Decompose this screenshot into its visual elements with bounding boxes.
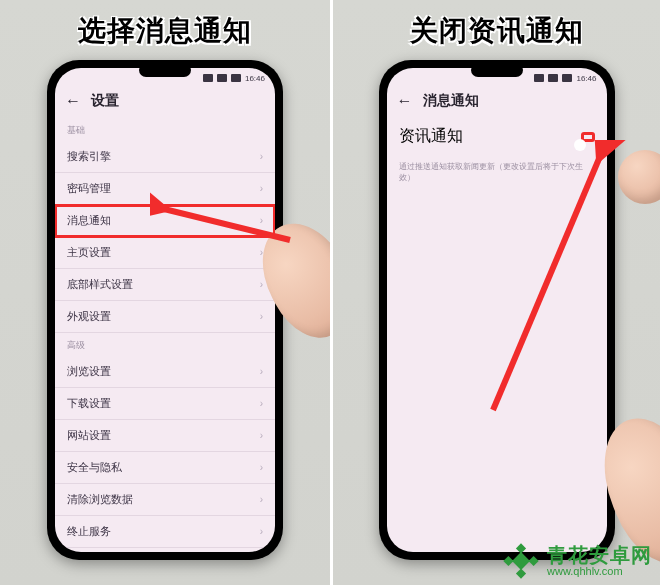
back-icon[interactable]: ← bbox=[65, 93, 81, 109]
page-title: 设置 bbox=[91, 92, 119, 110]
screen-left: 16:46 ← 设置 基础 搜索引擎 › 密码管理 › bbox=[55, 68, 275, 552]
battery-icon bbox=[562, 74, 572, 82]
row-label: 安全与隐私 bbox=[67, 460, 260, 475]
wifi-icon bbox=[548, 74, 558, 82]
row-password-mgmt[interactable]: 密码管理 › bbox=[55, 173, 275, 205]
panel-left-title: 选择消息通知 bbox=[78, 12, 252, 50]
row-homepage[interactable]: 主页设置 › bbox=[55, 237, 275, 269]
chevron-right-icon: › bbox=[260, 215, 263, 226]
row-download[interactable]: 下载设置 › bbox=[55, 388, 275, 420]
watermark: 青花安卓网 www.qhhlv.com bbox=[503, 543, 652, 579]
status-time: 16:46 bbox=[576, 74, 596, 83]
svg-rect-5 bbox=[529, 556, 539, 566]
watermark-logo-icon bbox=[503, 543, 539, 579]
page-title: 消息通知 bbox=[423, 92, 479, 110]
row-site[interactable]: 网站设置 › bbox=[55, 420, 275, 452]
battery-icon bbox=[231, 74, 241, 82]
phone-right: 16:46 ← 消息通知 资讯通知 通过推送通知获取新闻更新（更改设置后将于下次… bbox=[379, 60, 615, 560]
row-label: 网站设置 bbox=[67, 428, 260, 443]
row-search-engine[interactable]: 搜索引擎 › bbox=[55, 141, 275, 173]
chevron-right-icon: › bbox=[260, 398, 263, 409]
panel-left: 选择消息通知 16:46 ← 设置 基础 搜索引 bbox=[0, 0, 330, 585]
row-label: 搜索引擎 bbox=[67, 149, 260, 164]
row-appearance[interactable]: 外观设置 › bbox=[55, 301, 275, 333]
row-label: 主页设置 bbox=[67, 245, 260, 260]
chevron-right-icon: › bbox=[260, 462, 263, 473]
finger-pointer-tip bbox=[618, 150, 660, 204]
watermark-brand: 青花安卓网 bbox=[547, 545, 652, 566]
section-basic: 基础 bbox=[55, 118, 275, 141]
row-label: 清除浏览数据 bbox=[67, 492, 260, 507]
svg-rect-3 bbox=[516, 569, 526, 579]
row-news-notify[interactable]: 资讯通知 bbox=[387, 118, 607, 155]
chevron-right-icon: › bbox=[260, 430, 263, 441]
row-clear-data[interactable]: 清除浏览数据 › bbox=[55, 484, 275, 516]
chevron-right-icon: › bbox=[260, 279, 263, 290]
svg-rect-6 bbox=[512, 552, 530, 570]
phone-left: 16:46 ← 设置 基础 搜索引擎 › 密码管理 › bbox=[47, 60, 283, 560]
row-label: 下载设置 bbox=[67, 396, 260, 411]
chevron-right-icon: › bbox=[260, 366, 263, 377]
back-icon[interactable]: ← bbox=[397, 93, 413, 109]
panel-right: 关闭资讯通知 16:46 ← 消息通知 资讯通知 bbox=[330, 0, 660, 585]
camera-notch bbox=[139, 63, 191, 77]
row-label: 资讯通知 bbox=[399, 126, 581, 147]
row-stop-service[interactable]: 终止服务 › bbox=[55, 516, 275, 548]
row-label: 终止服务 bbox=[67, 524, 260, 539]
row-label: 密码管理 bbox=[67, 181, 260, 196]
row-label: 底部样式设置 bbox=[67, 277, 260, 292]
section-advanced: 高级 bbox=[55, 333, 275, 356]
row-label: 消息通知 bbox=[67, 213, 260, 228]
svg-rect-4 bbox=[503, 556, 513, 566]
chevron-right-icon: › bbox=[260, 311, 263, 322]
app-bar: ← 设置 bbox=[55, 88, 275, 118]
chevron-right-icon: › bbox=[260, 151, 263, 162]
status-time: 16:46 bbox=[245, 74, 265, 83]
row-label: 外观设置 bbox=[67, 309, 260, 324]
row-label: 浏览设置 bbox=[67, 364, 260, 379]
row-privacy[interactable]: 安全与隐私 › bbox=[55, 452, 275, 484]
toggle-highlight bbox=[581, 132, 595, 142]
wifi-icon bbox=[217, 74, 227, 82]
svg-rect-2 bbox=[516, 543, 526, 553]
watermark-url: www.qhhlv.com bbox=[547, 566, 652, 578]
chevron-right-icon: › bbox=[260, 494, 263, 505]
app-bar: ← 消息通知 bbox=[387, 88, 607, 118]
signal-icon bbox=[534, 74, 544, 82]
row-bottom-style[interactable]: 底部样式设置 › bbox=[55, 269, 275, 301]
row-msg-notify[interactable]: 消息通知 › bbox=[55, 205, 275, 237]
signal-icon bbox=[203, 74, 213, 82]
watermark-text: 青花安卓网 www.qhhlv.com bbox=[547, 545, 652, 578]
chevron-right-icon: › bbox=[260, 526, 263, 537]
chevron-right-icon: › bbox=[260, 183, 263, 194]
screen-right: 16:46 ← 消息通知 资讯通知 通过推送通知获取新闻更新（更改设置后将于下次… bbox=[387, 68, 607, 552]
settings-list: 基础 搜索引擎 › 密码管理 › 消息通知 › 主页设置 bbox=[55, 118, 275, 548]
panel-right-title: 关闭资讯通知 bbox=[410, 12, 584, 50]
toggle-description: 通过推送通知获取新闻更新（更改设置后将于下次生效） bbox=[387, 155, 607, 189]
camera-notch bbox=[471, 63, 523, 77]
row-browse[interactable]: 浏览设置 › bbox=[55, 356, 275, 388]
